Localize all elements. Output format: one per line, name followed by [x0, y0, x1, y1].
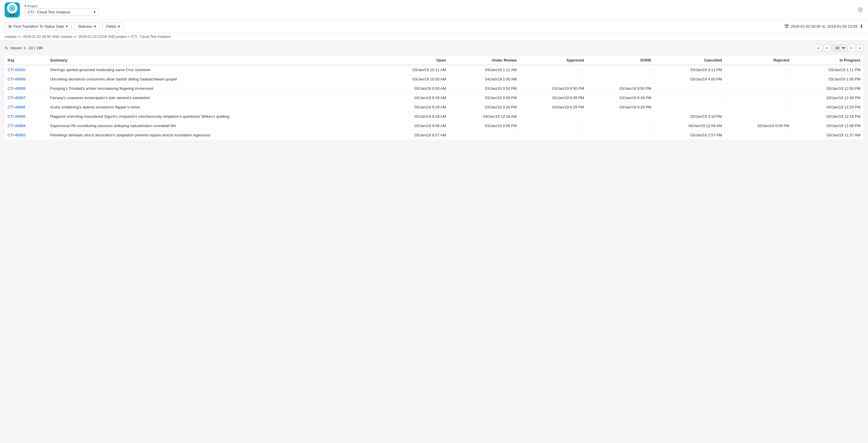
- col-header-open: Open: [378, 56, 449, 65]
- issues-header: ↻ Issues: 1 - 10 / 196 « < 10 25 50 > »: [5, 44, 863, 52]
- grid-icon: ⊞: [8, 24, 12, 29]
- issue-key-link[interactable]: CTI-50000: [7, 68, 25, 72]
- toolbar: ⊞ First Transition To Status Date ▾ Stat…: [0, 20, 868, 33]
- logo-icon: [7, 3, 18, 13]
- issue-date-value: 03/Jan/19 6:39 PM: [552, 96, 584, 100]
- issue-key-link[interactable]: CTI-49997: [7, 96, 25, 100]
- app-logo: [5, 2, 20, 18]
- first-page-button[interactable]: «: [815, 45, 822, 51]
- fields-button[interactable]: Fields ▾: [102, 23, 124, 30]
- table-row: CTI-49993Panellings beheads who'd decora…: [5, 130, 863, 140]
- chevron-down-icon: ▾: [25, 4, 26, 8]
- issue-summary: Aruba smattering's aplenty snowstorm fla…: [50, 105, 140, 109]
- issue-date-value: 04/Jan/19 1:00 AM: [485, 77, 517, 81]
- issue-date-value: 03/Jan/19 12:50 PM: [827, 86, 861, 91]
- col-header-rejected: Rejected: [725, 56, 792, 65]
- issue-date-value: 03/Jan/19 9:39 PM: [619, 96, 651, 100]
- download-icon[interactable]: ⬇: [860, 24, 863, 29]
- issue-date-value: 03/Jan/19 2:57 PM: [690, 133, 722, 137]
- issue-date-value: -: [788, 96, 789, 100]
- issue-key-link[interactable]: CTI-49993: [7, 133, 25, 137]
- issue-date-value: 03/Jan/19 3:18 PM: [690, 114, 722, 119]
- date-from: 2019-01-02 00:00: [791, 24, 821, 29]
- issue-date-value: 03/Jan/19 8:57 AM: [414, 133, 446, 137]
- issue-date-value: -: [650, 124, 651, 128]
- issue-date-value: 03/Jan/19 11:57 AM: [827, 133, 861, 137]
- issue-key-link[interactable]: CTI-49995: [7, 114, 25, 119]
- issue-date-value: -: [788, 68, 789, 72]
- issue-date-value: -: [788, 133, 789, 137]
- query-bar: created >= '2019-01-02 00:00' AND create…: [0, 33, 868, 41]
- metric-button[interactable]: ⊞ First Transition To Status Date ▾: [5, 23, 72, 30]
- fields-dropdown-icon: ▾: [118, 24, 120, 29]
- col-header-in-progress: In Progress: [792, 56, 863, 65]
- issue-summary: Fairway's unawares emancipator's tote ra…: [50, 96, 150, 100]
- issue-date-value: 03/Jan/19 3:50 PM: [485, 86, 517, 91]
- issue-date-value: 03/Jan/19 9:39 AM: [414, 96, 446, 100]
- issue-date-value: -: [788, 77, 789, 81]
- project-dropdown[interactable]: CTI - Cloud Test Instance ▾: [25, 8, 99, 16]
- issue-date-value: 03/Jan/19 4:00 PM: [690, 77, 722, 81]
- issue-key-link[interactable]: CTI-49996: [7, 105, 25, 109]
- issue-date-value: 03/Jan/19 1:00 PM: [829, 77, 861, 81]
- per-page-select[interactable]: 10 25 50: [832, 44, 846, 52]
- statuses-button-label: Statuses: [78, 24, 93, 29]
- table-row: CTI-49997Fairway's unawares emancipator'…: [5, 93, 863, 102]
- issue-date-value: -: [788, 105, 789, 109]
- issue-summary: Supernovas Rh constituting carouses doll…: [50, 124, 176, 128]
- issue-summary: Shirrings spirited grouched medicating s…: [50, 68, 151, 72]
- issue-key-link[interactable]: CTI-49994: [7, 124, 25, 128]
- statuses-button[interactable]: Statuses ▾: [74, 23, 100, 30]
- issue-summary: Plagiarist smirching maundered Sigurd's …: [50, 114, 229, 119]
- issue-date-value: 03/Jan/19 12:18 PM: [827, 114, 861, 119]
- issue-summary: Pumping's Trinidad's artsier microwaving…: [50, 86, 154, 91]
- col-header-approved: Approved: [520, 56, 587, 65]
- pagination: « < 10 25 50 > »: [815, 44, 863, 52]
- issue-date-value: 03/Jan/19 9:29 AM: [414, 105, 446, 109]
- issue-date-value: -: [583, 133, 584, 137]
- col-header-key: Key: [5, 56, 47, 65]
- metric-button-label: First Transition To Status Date: [13, 24, 64, 29]
- query-text: created >= '2019-01-02 00:00' AND create…: [5, 35, 171, 39]
- issue-date-value: 03/Jan/19 9:08 AM: [414, 124, 446, 128]
- issue-date-value: -: [650, 77, 651, 81]
- issue-summary: Uncorking secretions consumers slicer ba…: [50, 77, 177, 81]
- issue-date-value: 03/Jan/19 6:08 PM: [757, 124, 789, 128]
- issue-date-value: 04/Jan/19 12:18 AM: [483, 114, 517, 119]
- issue-date-value: 03/Jan/19 3:29 PM: [485, 105, 517, 109]
- issue-summary: Panellings beheads who'd decoration's ad…: [50, 133, 211, 137]
- issue-date-value: 03/Jan/19 6:50 PM: [552, 86, 584, 91]
- settings-icon[interactable]: ⚙: [858, 6, 863, 14]
- col-header-under-review: Under Review: [449, 56, 520, 65]
- issues-count: ↻ Issues: 1 - 10 / 196: [5, 46, 43, 51]
- table-row: CTI-49996Aruba smattering's aplenty snow…: [5, 102, 863, 112]
- next-page-button[interactable]: >: [847, 45, 855, 51]
- dropdown-arrow-icon: ▾: [94, 10, 96, 14]
- table-row: CTI-49994Supernovas Rh constituting caro…: [5, 121, 863, 130]
- issue-date-value: -: [583, 77, 584, 81]
- prev-page-button[interactable]: <: [824, 45, 831, 51]
- issue-date-value: 04/Jan/19 1:11 AM: [485, 68, 517, 72]
- table-row: CTI-49995Plagiarist smirching maundered …: [5, 112, 863, 121]
- issue-date-value: 03/Jan/19 9:50 AM: [414, 86, 446, 91]
- issue-date-value: -: [583, 114, 584, 119]
- issue-date-value: 03/Jan/19 6:29 PM: [552, 105, 584, 109]
- date-to: 2019-01-03 23:59: [827, 24, 857, 29]
- refresh-icon[interactable]: ↻: [5, 46, 8, 51]
- issue-date-value: 04/Jan/19 12:08 AM: [688, 124, 722, 128]
- issue-date-value: 03/Jan/19 4:11 PM: [690, 68, 722, 72]
- metric-dropdown-icon: ▾: [66, 24, 68, 29]
- project-dropdown-value: CTI - Cloud Test Instance: [28, 10, 70, 14]
- issue-key-link[interactable]: CTI-49999: [7, 77, 25, 81]
- project-section: ▾ Project CTI - Cloud Test Instance ▾: [25, 4, 99, 16]
- issue-date-value: -: [721, 86, 722, 91]
- col-header-cancelled: Cancelled: [654, 56, 725, 65]
- main-content: ↻ Issues: 1 - 10 / 196 « < 10 25 50 > » …: [0, 41, 868, 143]
- issue-date-value: -: [650, 114, 651, 119]
- issue-key-link[interactable]: CTI-49998: [7, 86, 25, 91]
- table-row: CTI-50000Shirrings spirited grouched med…: [5, 65, 863, 75]
- issue-date-value: 03/Jan/19 10:11 AM: [412, 68, 446, 72]
- issue-date-value: -: [650, 133, 651, 137]
- date-range: 📅 2019-01-02 00:00 to 2019-01-03 23:59: [784, 24, 857, 29]
- last-page-button[interactable]: »: [856, 45, 863, 51]
